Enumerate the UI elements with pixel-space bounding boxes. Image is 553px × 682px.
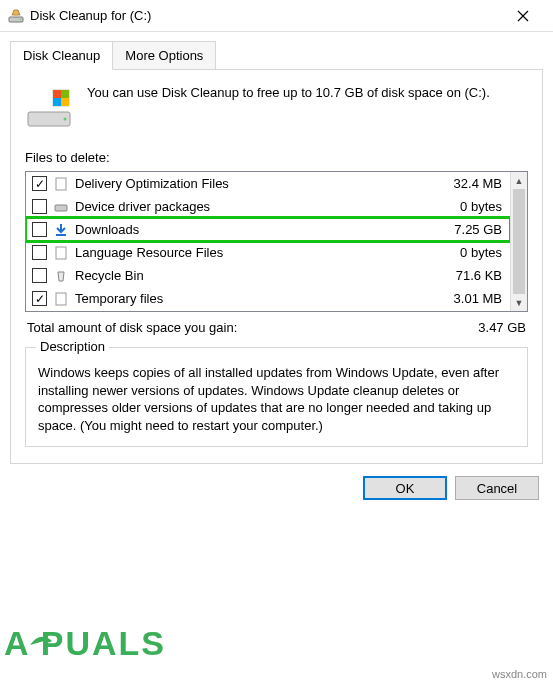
item-label: Recycle Bin: [75, 268, 440, 283]
svg-rect-6: [61, 90, 69, 98]
item-label: Language Resource Files: [75, 245, 440, 260]
svg-rect-13: [56, 293, 66, 305]
description-text: Windows keeps copies of all installed up…: [38, 364, 515, 434]
file-icon: [53, 291, 69, 307]
watermark-text: wsxdn.com: [492, 668, 547, 680]
checkbox[interactable]: ✓: [32, 176, 47, 191]
tab-disk-cleanup[interactable]: Disk Cleanup: [10, 41, 113, 70]
checkbox[interactable]: [32, 245, 47, 260]
svg-rect-7: [53, 98, 61, 106]
checkbox[interactable]: [32, 222, 47, 237]
scroll-thumb[interactable]: [513, 189, 525, 294]
total-row: Total amount of disk space you gain: 3.4…: [25, 320, 528, 335]
button-row: OK Cancel: [0, 464, 553, 514]
total-label: Total amount of disk space you gain:: [27, 320, 237, 335]
list-item[interactable]: ✓ Delivery Optimization Files 32.4 MB: [26, 172, 510, 195]
tab-panel: You can use Disk Cleanup to free up to 1…: [10, 69, 543, 464]
item-label: Temporary files: [75, 291, 440, 306]
close-icon: [517, 10, 529, 22]
list-item[interactable]: Language Resource Files 0 bytes: [26, 241, 510, 264]
scroll-down-icon[interactable]: ▼: [511, 294, 527, 311]
leaf-icon: [30, 637, 52, 645]
titlebar: Disk Cleanup for (C:): [0, 0, 553, 32]
item-label: Device driver packages: [75, 199, 440, 214]
close-button[interactable]: [501, 1, 545, 31]
svg-rect-8: [61, 98, 69, 106]
svg-rect-5: [53, 90, 61, 98]
checkbox[interactable]: [32, 199, 47, 214]
file-icon: [53, 245, 69, 261]
download-icon: [53, 222, 69, 238]
list-item[interactable]: Device driver packages 0 bytes: [26, 195, 510, 218]
file-list: ✓ Delivery Optimization Files 32.4 MB De…: [25, 171, 528, 312]
drive-small-icon: [53, 199, 69, 215]
svg-rect-9: [56, 178, 66, 190]
tab-row: Disk Cleanup More Options: [10, 40, 543, 69]
file-list-body: ✓ Delivery Optimization Files 32.4 MB De…: [26, 172, 510, 311]
description-legend: Description: [36, 339, 109, 354]
intro-row: You can use Disk Cleanup to free up to 1…: [25, 84, 528, 132]
svg-point-1: [20, 18, 22, 20]
item-label: Delivery Optimization Files: [75, 176, 440, 191]
svg-rect-11: [56, 234, 66, 236]
scrollbar[interactable]: ▲ ▼: [510, 172, 527, 311]
item-size: 0 bytes: [446, 245, 506, 260]
list-item[interactable]: Recycle Bin 71.6 KB: [26, 264, 510, 287]
description-group: Description Windows keeps copies of all …: [25, 347, 528, 447]
files-to-delete-label: Files to delete:: [25, 150, 528, 165]
list-item[interactable]: ✓ Temporary files 3.01 MB: [26, 287, 510, 310]
svg-rect-10: [55, 205, 67, 211]
item-size: 3.01 MB: [446, 291, 506, 306]
disk-cleanup-icon: [8, 8, 24, 24]
window-title: Disk Cleanup for (C:): [30, 8, 501, 23]
brand-overlay: A PUALS: [0, 611, 180, 674]
item-size: 32.4 MB: [446, 176, 506, 191]
file-icon: [53, 176, 69, 192]
svg-point-3: [64, 118, 67, 121]
recycle-icon: [53, 268, 69, 284]
item-label: Downloads: [75, 222, 440, 237]
drive-icon: [25, 84, 73, 132]
cancel-button[interactable]: Cancel: [455, 476, 539, 500]
total-value: 3.47 GB: [478, 320, 526, 335]
list-item-downloads[interactable]: Downloads 7.25 GB: [26, 218, 510, 241]
item-size: 7.25 GB: [446, 222, 506, 237]
scroll-up-icon[interactable]: ▲: [511, 172, 527, 189]
tab-container: Disk Cleanup More Options You can use: [10, 40, 543, 464]
checkbox[interactable]: [32, 268, 47, 283]
ok-button[interactable]: OK: [363, 476, 447, 500]
item-size: 71.6 KB: [446, 268, 506, 283]
content-area: Disk Cleanup More Options You can use: [0, 32, 553, 464]
svg-rect-12: [56, 247, 66, 259]
item-size: 0 bytes: [446, 199, 506, 214]
brand-text: A PUALS: [4, 624, 166, 662]
intro-text: You can use Disk Cleanup to free up to 1…: [87, 84, 490, 102]
tab-more-options[interactable]: More Options: [112, 41, 216, 70]
checkbox[interactable]: ✓: [32, 291, 47, 306]
